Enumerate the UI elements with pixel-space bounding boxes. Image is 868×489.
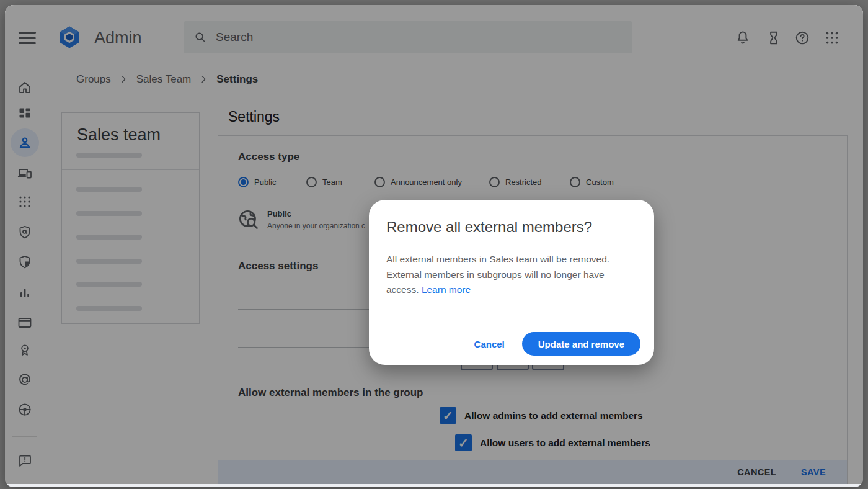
dialog-body-text: All external members in Sales team will …	[386, 254, 609, 295]
dialog-cancel-button[interactable]: Cancel	[474, 339, 505, 349]
remove-external-members-dialog: Remove all external members? All externa…	[369, 200, 654, 365]
learn-more-link[interactable]: Learn more	[422, 284, 471, 295]
app-window: Admin Search	[5, 5, 863, 487]
dialog-title: Remove all external members?	[386, 218, 637, 236]
screenshot-stage: Admin Search	[0, 0, 868, 489]
window-bottom-edge	[5, 484, 863, 487]
dialog-body: All external members in Sales team will …	[386, 252, 637, 298]
dialog-actions: Cancel Update and remove	[474, 332, 640, 356]
dialog-confirm-button[interactable]: Update and remove	[522, 332, 640, 356]
